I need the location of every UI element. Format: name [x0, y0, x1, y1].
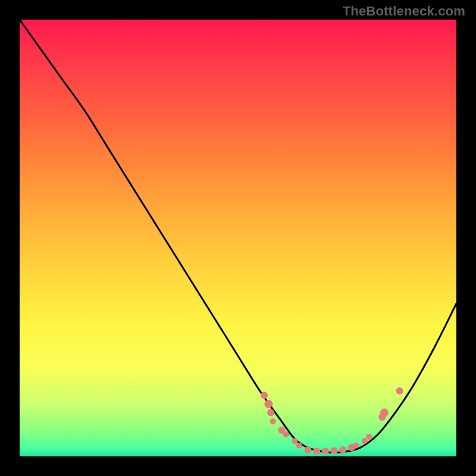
curve-marker — [339, 446, 346, 453]
curve-marker — [261, 392, 268, 399]
curve-marker — [296, 443, 302, 449]
plot-area — [20, 20, 456, 456]
watermark-text: TheBottleneck.com — [343, 4, 465, 19]
curve-marker — [330, 447, 337, 454]
curve-marker — [396, 387, 403, 394]
curve-marker — [380, 409, 389, 417]
curve-marker — [283, 431, 289, 437]
curve-marker — [304, 446, 311, 453]
bottleneck-curve-path — [20, 20, 456, 453]
bottleneck-curve-svg — [20, 20, 456, 456]
curve-marker — [313, 447, 320, 455]
curve-marker — [366, 434, 372, 440]
curve-marker — [264, 400, 273, 408]
curve-marker — [362, 438, 368, 444]
curve-marker — [267, 409, 274, 416]
curve-marker — [322, 447, 329, 455]
curve-marker — [270, 418, 276, 424]
curve-marker — [353, 443, 359, 449]
curve-marker — [292, 438, 298, 444]
chart-frame: TheBottleneck.com — [0, 0, 476, 476]
